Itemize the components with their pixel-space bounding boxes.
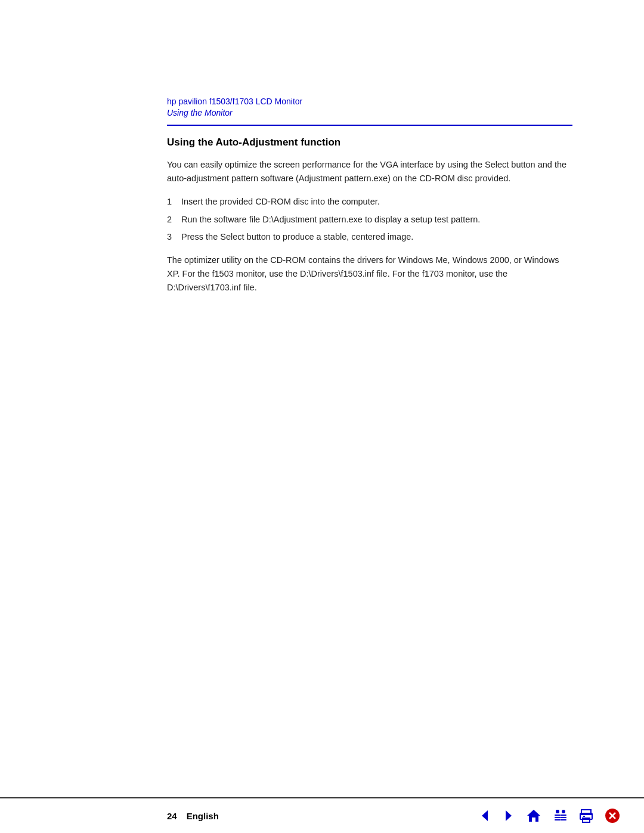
steps-list: 1 Insert the provided CD-ROM disc into t… <box>167 195 572 244</box>
index-button[interactable] <box>552 808 568 823</box>
forward-icon <box>502 809 515 822</box>
footer: 24 English <box>0 797 644 833</box>
svg-point-8 <box>562 810 565 813</box>
forward-button[interactable] <box>502 809 515 822</box>
svg-rect-5 <box>555 817 561 818</box>
step-number: 2 <box>167 213 172 227</box>
home-button[interactable] <box>526 808 541 823</box>
closing-paragraph: The optimizer utility on the CD-ROM cont… <box>167 253 572 295</box>
breadcrumb-section: Using the Monitor <box>167 108 572 117</box>
svg-rect-4 <box>555 815 561 816</box>
close-button[interactable] <box>605 808 620 823</box>
page-container: hp pavilion f1503/f1703 LCD Monitor Usin… <box>0 0 644 833</box>
list-item: 1 Insert the provided CD-ROM disc into t… <box>167 195 572 209</box>
svg-point-7 <box>556 810 559 813</box>
section-title: Using the Auto-Adjustment function <box>167 137 572 148</box>
back-icon <box>478 809 491 822</box>
step-number: 3 <box>167 230 172 244</box>
print-icon <box>578 808 594 823</box>
svg-rect-15 <box>583 816 585 817</box>
step-text: Run the software file D:\Adjustment patt… <box>181 215 480 224</box>
back-button[interactable] <box>478 809 491 822</box>
svg-rect-11 <box>561 819 566 820</box>
list-item: 3 Press the Select button to produce a s… <box>167 230 572 244</box>
section-divider <box>167 125 572 126</box>
footer-navigation <box>478 808 620 823</box>
page-number: 24 <box>167 811 177 821</box>
breadcrumb: hp pavilion f1503/f1703 LCD Monitor Usin… <box>167 95 572 117</box>
step-text: Press the Select button to produce a sta… <box>181 232 413 241</box>
svg-rect-10 <box>561 817 566 818</box>
intro-paragraph: You can easily optimize the screen perfo… <box>167 158 572 185</box>
svg-rect-6 <box>555 819 561 820</box>
content-area: hp pavilion f1503/f1703 LCD Monitor Usin… <box>167 0 572 343</box>
svg-rect-9 <box>561 815 566 816</box>
step-number: 1 <box>167 195 172 209</box>
list-item: 2 Run the software file D:\Adjustment pa… <box>167 213 572 227</box>
footer-language: English <box>187 811 219 821</box>
close-icon <box>605 808 620 823</box>
svg-marker-1 <box>506 810 512 821</box>
index-icon <box>552 808 568 823</box>
svg-marker-0 <box>482 810 488 821</box>
print-button[interactable] <box>578 808 594 823</box>
breadcrumb-product: hp pavilion f1503/f1703 LCD Monitor <box>167 95 572 108</box>
svg-marker-2 <box>527 810 540 822</box>
step-text: Insert the provided CD-ROM disc into the… <box>181 197 380 206</box>
home-icon <box>526 808 541 823</box>
